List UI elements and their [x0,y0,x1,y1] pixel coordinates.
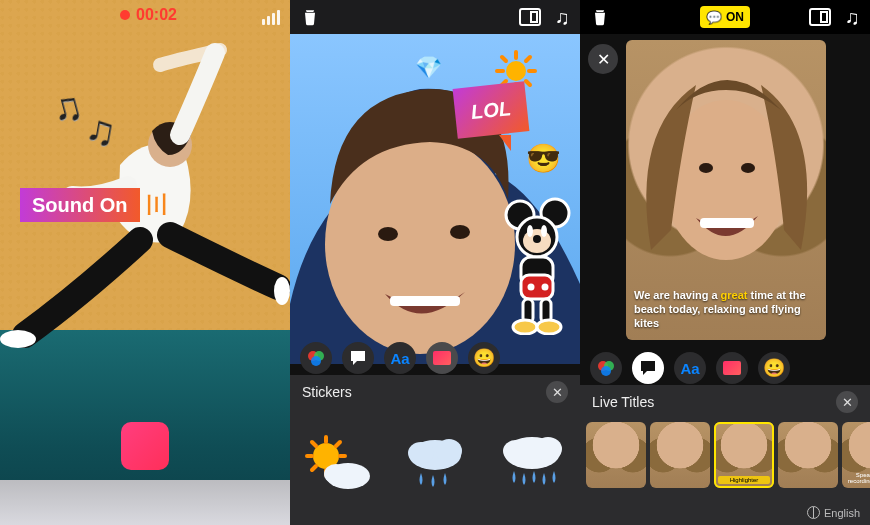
svg-line-41 [312,442,316,446]
svg-point-1 [0,330,36,348]
stickers-drawer: Stickers ✕ [290,375,580,525]
language-label: English [824,507,860,519]
title-style-thumb[interactable] [586,422,646,488]
svg-point-28 [542,284,549,291]
svg-rect-56 [700,218,754,228]
svg-line-16 [526,57,530,61]
cool-emoji-sticker[interactable]: 😎 [526,142,561,175]
background-floor [0,480,290,525]
effects-toolbar: Aa 😀 [290,340,580,376]
svg-point-61 [601,366,611,376]
live-caption: We are having a great time at the beach … [634,288,818,330]
badge-label: ON [726,10,744,24]
close-icon[interactable]: ✕ [836,391,858,413]
sticker-icon [433,351,451,365]
trash-icon[interactable] [590,7,610,27]
svg-point-51 [503,440,529,462]
title-style-thumb-selected[interactable]: Highlighter [714,422,774,488]
lol-sticker[interactable]: LOL [455,85,527,151]
svg-point-7 [378,227,398,241]
svg-point-2 [274,277,290,305]
recording-indicator: 00:02 [120,6,177,24]
music-icon[interactable]: ♫ [845,6,860,29]
sticker-list [290,409,580,519]
svg-point-35 [311,356,321,366]
drawer-title: Stickers [302,384,352,400]
svg-rect-54 [821,12,827,22]
lol-text: LOL [453,81,530,138]
svg-point-27 [528,284,535,291]
sticker-cloud-rain[interactable] [396,425,474,503]
text-button[interactable]: Aa [384,342,416,374]
svg-point-24 [541,225,547,237]
preview-viewer: We are having a great time at the beach … [626,40,826,340]
effects-toolbar: Aa 😀 [580,350,870,386]
speech-button[interactable] [342,342,374,374]
sticker-icon [723,361,741,375]
record-button[interactable] [121,422,169,470]
sticker-storm-cloud[interactable] [493,425,571,503]
svg-point-9 [506,61,526,81]
stickers-button[interactable] [426,342,458,374]
svg-point-31 [513,320,537,334]
live-titles-panel: ♫ 💬 ON ✕ We are having a great time at t… [580,0,870,525]
close-icon[interactable]: ✕ [588,44,618,74]
svg-point-49 [436,439,462,463]
speech-button[interactable] [632,352,664,384]
svg-rect-6 [390,296,460,306]
sound-on-sticker[interactable]: Sound On 〣 [20,188,168,222]
svg-point-52 [534,437,562,461]
svg-point-46 [324,464,348,484]
sticker-sun-cloud[interactable] [299,425,377,503]
svg-point-48 [408,442,434,464]
globe-icon [807,506,820,519]
stickers-panel: ♫ 💎 LOL 😎 [290,0,580,525]
emoji-button[interactable]: 😀 [468,342,500,374]
language-selector[interactable]: English [807,506,860,519]
signal-icon [262,10,280,25]
live-titles-badge[interactable]: 💬 ON [700,6,750,28]
svg-line-43 [336,442,340,446]
svg-point-22 [533,235,541,243]
svg-line-44 [312,466,316,470]
svg-point-8 [450,225,470,239]
aspect-ratio-icon[interactable] [809,8,831,26]
sound-on-label: Sound On [20,188,140,222]
drawer-title: Live Titles [592,394,654,410]
stickers-button[interactable] [716,352,748,384]
svg-point-57 [699,163,713,173]
music-icon[interactable]: ♫ [555,6,570,29]
trash-icon[interactable] [300,7,320,27]
speech-bubble-icon: 💬 [706,10,722,25]
filters-button[interactable] [590,352,622,384]
svg-line-14 [502,57,506,61]
svg-point-32 [537,320,561,334]
title-style-thumb[interactable]: Speak while recording appears [842,422,870,488]
title-style-list: Highlighter Speak while recording appear… [580,419,870,491]
aspect-ratio-icon[interactable] [519,8,541,26]
filters-button[interactable] [300,342,332,374]
svg-rect-4 [531,12,537,22]
emoji-button[interactable]: 😀 [758,352,790,384]
sound-waves-icon: 〣 [146,190,168,220]
live-titles-drawer: Live Titles ✕ Highlighter Speak while re… [580,385,870,525]
title-style-thumb[interactable] [778,422,838,488]
title-style-thumb[interactable] [650,422,710,488]
recording-time: 00:02 [136,6,177,24]
gem-sticker[interactable]: 💎 [415,55,442,81]
record-dot-icon [120,10,130,20]
topbar: ♫ [290,0,580,34]
svg-point-58 [741,163,755,173]
recording-panel: 00:02 ♫ ♫ Sound On 〣 [0,0,290,525]
svg-point-23 [527,225,533,237]
text-button[interactable]: Aa [674,352,706,384]
close-icon[interactable]: ✕ [546,381,568,403]
mickey-sticker[interactable] [495,195,575,335]
